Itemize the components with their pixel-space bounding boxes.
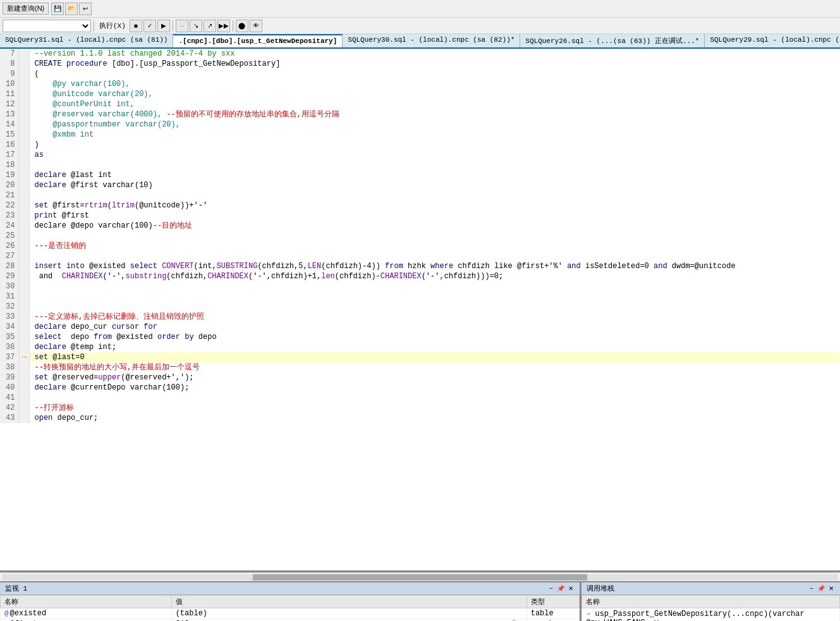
callstack-close-btn[interactable]: ✕ [827, 585, 835, 592]
line-number: 28 [0, 261, 19, 271]
watch-pin-btn[interactable]: 📌 [556, 585, 566, 592]
line-number: 40 [0, 383, 19, 393]
watch-col-type: 类型 [527, 596, 579, 608]
line-arrow [19, 211, 29, 221]
code-line-content [29, 393, 840, 403]
line-number: 17 [0, 150, 19, 160]
code-line-content: @passportnumber varchar(20), [29, 120, 840, 130]
watch-panel-content[interactable]: 名称 值 类型 @@existed(table)table@@firstG13-… [0, 595, 580, 621]
code-line-content: ) [29, 140, 840, 150]
code-line-content: print @first [29, 211, 840, 221]
line-number: 7 [0, 49, 19, 59]
watch-var-type: table [527, 608, 579, 619]
line-arrow [19, 89, 29, 99]
callstack-minimize-btn[interactable]: − [808, 585, 815, 592]
code-line-content: ( [29, 69, 840, 79]
callstack-pin-btn[interactable]: 📌 [816, 585, 826, 592]
parse-btn[interactable]: ✓ [143, 20, 156, 32]
line-number: 31 [0, 292, 19, 302]
open-icon[interactable]: 📂 [65, 3, 78, 15]
line-arrow [19, 393, 29, 403]
code-line-content: as [29, 150, 840, 160]
new-query-btn[interactable]: 新建查询(N) [3, 3, 49, 15]
line-number: 19 [0, 170, 19, 180]
line-arrow [19, 170, 29, 180]
code-line-content: @reserved varchar(4000), --预留的不可使用的存放地址串… [29, 109, 840, 120]
watch-var-value[interactable]: G13- 🔍▼ [171, 619, 527, 622]
code-line-content [29, 281, 840, 292]
toggle-breakpoint-btn[interactable]: ⬤ [236, 20, 248, 32]
code-area[interactable]: 7--version 1.1.0 last changed 2014-7-4 b… [0, 49, 840, 572]
code-line-content: set @first=rtrim(ltrim(@unitcode))+'-' [29, 200, 840, 211]
line-number: 27 [0, 251, 19, 261]
db-dropdown[interactable] [3, 20, 91, 32]
step-over-btn[interactable]: → [176, 20, 188, 32]
line-arrow [19, 109, 29, 120]
line-arrow [19, 140, 29, 150]
callstack-col-name: 名称 [582, 596, 840, 608]
line-arrow [19, 221, 29, 231]
bottom-panels: 监视 1 − 📌 ✕ 名称 值 类型 @@existed(table)table… [0, 581, 840, 621]
line-arrow [19, 79, 29, 89]
callstack-panel-content[interactable]: 名称 ⇒ usp_Passport_GetNewDepositary(...cn… [581, 595, 840, 621]
step-out-btn[interactable]: ↗ [204, 20, 216, 32]
tab-0[interactable]: SQLQuery31.sql - (local).cnpc (sa (81)) [0, 34, 173, 47]
code-line-content: set @reserved=upper(@reserved+','); [29, 372, 840, 383]
watch-var-value[interactable]: (table) [171, 608, 527, 619]
line-arrow [19, 180, 29, 190]
line-arrow [19, 312, 29, 322]
line-arrow [19, 99, 29, 109]
tab-2[interactable]: SQLQuery30.sql - (local).cnpc (sa (82))* [343, 34, 520, 47]
callstack-panel-titlebar: 调用堆栈 − 📌 ✕ [581, 582, 840, 595]
main-toolbar: 新建查询(N) 💾 📂 ↩ [0, 0, 840, 18]
line-number: 9 [0, 69, 19, 79]
line-arrow [19, 413, 29, 423]
code-line-content: declare @first varchar(10) [29, 180, 840, 190]
line-number: 23 [0, 211, 19, 221]
h-scrollbar[interactable] [0, 572, 840, 581]
stop-exec-btn[interactable]: ■ [130, 20, 142, 32]
code-line-content: open depo_cur; [29, 413, 840, 423]
watch-var-name: @@existed [1, 608, 172, 619]
code-line-content: @xmbm int [29, 130, 840, 140]
line-arrow [19, 120, 29, 130]
tab-1[interactable]: .[cnpc].[dbo].[usp_t_GetNewDepositary] [173, 34, 343, 47]
line-number: 22 [0, 200, 19, 211]
watch-panel-title: 监视 1 [5, 584, 27, 593]
code-line-content: declare @last int [29, 170, 840, 180]
line-number: 24 [0, 221, 19, 231]
line-number: 32 [0, 302, 19, 312]
code-line-content: --version 1.1.0 last changed 2014-7-4 by… [29, 49, 840, 59]
tab-3[interactable]: SQLQuery26.sql - (...(sa (63)) 正在调试...* [520, 34, 705, 47]
save-icon[interactable]: 💾 [51, 3, 64, 15]
watch-close-btn[interactable]: ✕ [567, 585, 575, 592]
code-line-content: @py varchar(100), [29, 79, 840, 89]
line-arrow [19, 241, 29, 251]
code-line-content: @unitcode varchar(20), [29, 89, 840, 99]
line-number: 43 [0, 413, 19, 423]
line-number: 42 [0, 403, 19, 413]
line-arrow [19, 383, 29, 393]
watch-panel: 监视 1 − 📌 ✕ 名称 值 类型 @@existed(table)table… [0, 582, 581, 621]
undo-icon[interactable]: ↩ [79, 3, 92, 15]
code-line-content: ---是否注销的 [29, 241, 840, 251]
code-line-content: --转换预留的地址的大小写,并在最后加一个逗号 [29, 362, 840, 372]
line-arrow [19, 281, 29, 292]
step-into-btn[interactable]: ↘ [190, 20, 202, 32]
tab-4[interactable]: SQLQuery29.sql - (local).cnpc (sa (80))* [705, 34, 840, 47]
debug-btn[interactable]: ▶ [157, 20, 170, 32]
line-number: 33 [0, 312, 19, 322]
code-line-content: declare @depo varchar(100)--目的地址 [29, 221, 840, 231]
watch-minimize-btn[interactable]: − [548, 585, 554, 592]
line-number: 20 [0, 180, 19, 190]
code-line-content: CREATE procedure [dbo].[usp_Passport_Get… [29, 59, 840, 69]
code-table: 7--version 1.1.0 last changed 2014-7-4 b… [0, 49, 840, 423]
line-arrow [19, 69, 29, 79]
main-area: 7--version 1.1.0 last changed 2014-7-4 b… [0, 49, 840, 581]
watch-btn[interactable]: 👁 [250, 20, 262, 32]
code-line-content [29, 292, 840, 302]
line-number: 10 [0, 79, 19, 89]
code-line-content: declare @currentDepo varchar(100); [29, 383, 840, 393]
continue-btn[interactable]: ▶▶ [217, 20, 230, 32]
line-number: 38 [0, 362, 19, 372]
